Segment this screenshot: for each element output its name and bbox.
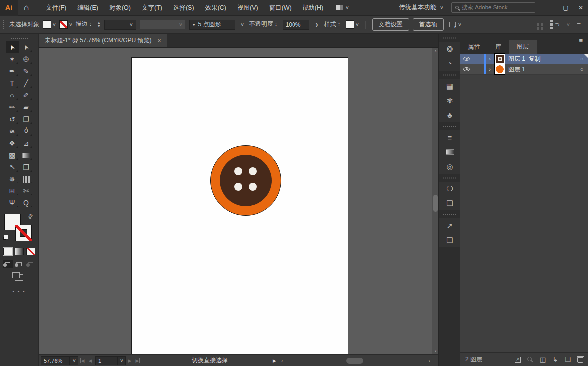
panel-tab[interactable]: 库 <box>488 40 509 54</box>
puppet-warp-tool[interactable]: ϙ <box>20 125 33 137</box>
brushes-panel-icon[interactable]: ✾ <box>439 93 461 108</box>
last-artboard-button[interactable]: ▶ <box>134 358 142 363</box>
panel-menu-icon[interactable]: ≡ <box>579 37 583 44</box>
curvature-tool[interactable]: ✎ <box>20 65 33 77</box>
swatches-panel-icon[interactable]: ▦ <box>439 79 461 93</box>
menu-item[interactable]: 对象(O) <box>104 0 136 16</box>
none-button[interactable] <box>26 248 35 255</box>
panel-gripper[interactable] <box>3 19 5 30</box>
align-grid-icon[interactable] <box>537 23 539 26</box>
minimize-button[interactable]: — <box>543 0 558 16</box>
panel-tab[interactable]: 图层 <box>509 40 537 54</box>
artboard[interactable] <box>131 57 348 354</box>
button-hole[interactable] <box>249 183 257 191</box>
eraser-tool[interactable]: ▰ <box>20 101 33 113</box>
shape-builder-tool[interactable]: ❖ <box>6 137 19 149</box>
layer-target-icon[interactable]: ○ <box>575 56 588 62</box>
scroll-up-icon[interactable]: ∧ <box>432 49 438 53</box>
first-artboard-button[interactable]: ◀ <box>78 358 86 363</box>
perspective-grid-tool[interactable]: ⊿ <box>20 137 33 149</box>
stroke-weight-stepper[interactable]: ▲▼ <box>97 21 101 28</box>
scroll-down-icon[interactable]: ∨ <box>432 349 438 353</box>
selection-tool[interactable]: ➤ <box>6 41 19 53</box>
blend-tool[interactable]: ❒ <box>20 161 33 173</box>
ellipse-tool[interactable]: ○ <box>6 89 19 101</box>
color-guide-panel-icon[interactable]: ◔ <box>439 56 461 71</box>
menu-item[interactable]: 视图(V) <box>232 0 264 16</box>
opacity-input[interactable]: 100% <box>283 20 309 30</box>
workspace-switcher[interactable]: 传统基本功能 ∨ <box>399 3 443 12</box>
width-profile-dropdown[interactable]: ● 5 点圆形 <box>189 20 235 30</box>
vertical-scroll-thumb[interactable] <box>433 195 438 212</box>
stroke-indicator[interactable] <box>15 225 32 241</box>
screen-mode-icon[interactable] <box>15 274 23 281</box>
scroll-left-icon[interactable]: ‹ <box>281 355 283 366</box>
vertical-scrollbar[interactable]: ∧ ∨ <box>432 48 438 354</box>
home-icon[interactable]: ⌂ <box>18 3 34 13</box>
magic-wand-tool[interactable]: ✶ <box>6 53 19 65</box>
menu-item[interactable]: 帮助(H) <box>297 0 329 16</box>
horizontal-scrollbar[interactable]: ‹ › <box>280 355 438 366</box>
slice-tool[interactable]: ✄ <box>20 185 33 197</box>
expand-chevron-icon[interactable]: › <box>486 66 494 72</box>
opacity-link[interactable]: 不透明度： <box>249 20 279 29</box>
button-hole[interactable] <box>234 167 242 175</box>
opacity-expand-arrow[interactable]: ❯ <box>313 20 321 30</box>
app-logo[interactable]: Ai <box>0 0 18 16</box>
arrange-documents-button[interactable]: ∨ <box>336 5 349 10</box>
color-button[interactable] <box>3 248 12 255</box>
type-tool[interactable]: T <box>6 77 19 89</box>
zoom-dropdown-chevron[interactable]: ∨ <box>70 356 78 365</box>
export-panel-icon[interactable]: ➚ <box>439 218 461 233</box>
style-dropdown[interactable]: ∨ <box>346 20 359 29</box>
menu-item[interactable]: 效果(C) <box>200 0 232 16</box>
new-sublayer-icon[interactable]: ↳ <box>552 356 558 363</box>
button-inner-circle[interactable] <box>220 155 272 206</box>
previous-artboard-button[interactable]: ◀ <box>86 358 94 363</box>
toolbar-gripper[interactable] <box>11 37 28 39</box>
appearance-panel-icon[interactable]: ❍ <box>439 182 461 196</box>
chevron-down-icon[interactable]: ∨ <box>566 22 570 27</box>
eyedropper-tool[interactable]: ⊸ <box>6 161 19 173</box>
stroke-weight-link[interactable]: 描边： <box>76 20 94 29</box>
lock-toggle[interactable] <box>473 64 481 74</box>
locate-object-icon[interactable] <box>527 357 533 363</box>
visibility-toggle[interactable] <box>460 54 473 64</box>
layer-row[interactable]: › 图层 1 ○ <box>460 64 588 75</box>
hand-tool[interactable]: Ψ <box>6 197 19 209</box>
button-artwork[interactable] <box>210 145 281 216</box>
artboards-panel-icon[interactable]: ❑ <box>439 233 461 247</box>
button-hole[interactable] <box>249 167 257 175</box>
layer-thumbnail[interactable] <box>495 64 505 74</box>
fill-color-dropdown[interactable]: ∨ <box>43 20 56 29</box>
symbols-panel-icon[interactable]: ♣ <box>439 108 461 122</box>
mesh-tool[interactable]: ▩ <box>6 149 19 161</box>
document-setup-button[interactable]: 文档设置 <box>372 18 409 31</box>
edit-toolbar-icon[interactable]: • • • <box>0 289 38 294</box>
next-artboard-button[interactable]: ▶ <box>126 358 134 363</box>
menu-item[interactable]: 窗口(W) <box>264 0 297 16</box>
close-button[interactable]: ✕ <box>573 0 588 16</box>
menu-item[interactable]: 选择(S) <box>168 0 200 16</box>
visibility-toggle[interactable] <box>460 64 473 74</box>
draw-normal-mode[interactable] <box>3 260 13 268</box>
transparency-panel-icon[interactable]: ◎ <box>439 159 461 174</box>
draw-behind-mode[interactable] <box>14 260 24 268</box>
pen-tool[interactable]: ✒ <box>6 65 19 77</box>
new-layer-icon[interactable]: ❏ <box>565 356 571 363</box>
search-input[interactable]: 搜索 Adobe Stock <box>451 2 535 13</box>
maximize-button[interactable]: ▢ <box>558 0 573 16</box>
layer-name[interactable]: 图层 1 <box>508 65 575 74</box>
status-menu-arrow[interactable]: ▶ <box>273 358 276 363</box>
stroke-panel-icon[interactable]: ≡ <box>439 130 461 145</box>
stroke-weight-dropdown[interactable]: ∨ <box>104 20 136 30</box>
gradient-panel-icon[interactable] <box>439 145 461 159</box>
layer-name[interactable]: 图层 1_复制 <box>508 55 575 63</box>
width-tool[interactable]: ≋ <box>6 125 19 137</box>
preferences-button[interactable]: 首选项 <box>413 18 444 31</box>
basic-row-icon[interactable]: ⊃ <box>550 21 560 28</box>
close-tab-icon[interactable]: × <box>158 37 161 44</box>
control-panel-menu-icon[interactable]: ≡ <box>577 21 581 29</box>
menu-item[interactable]: 文件(F) <box>40 0 72 16</box>
gradient-button[interactable] <box>15 248 24 255</box>
